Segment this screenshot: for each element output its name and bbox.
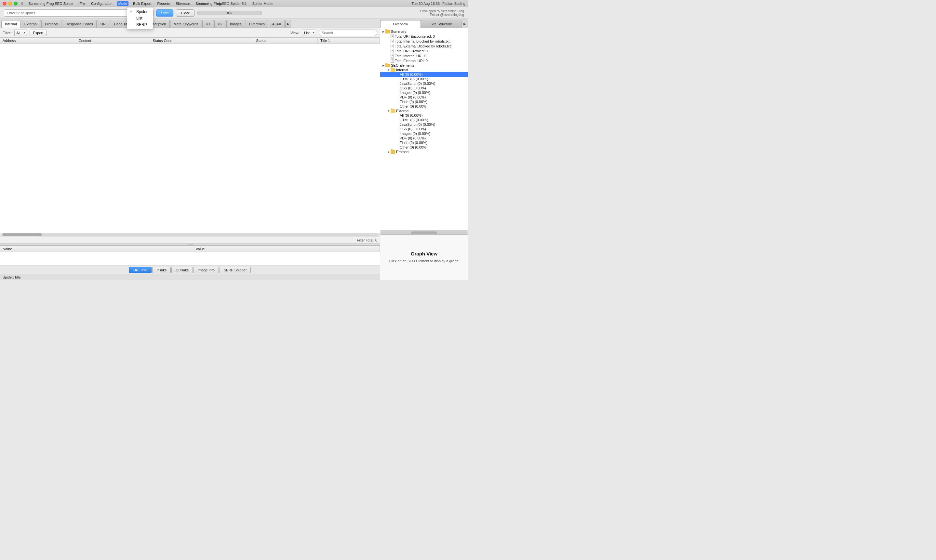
tree-item[interactable]: Total External URI: 0 (380, 58, 468, 63)
col-title1[interactable]: Title 1 (318, 38, 380, 44)
resize-handle[interactable] (0, 243, 380, 246)
bottom-tab-outlinks[interactable]: Outlinks (171, 267, 193, 273)
bottom-tab-serp-snippet[interactable]: SERP Snippet (219, 267, 251, 273)
titlebar:  Screaming Frog SEO Spider File Configu… (0, 0, 468, 7)
tree-item[interactable]: ▼External (380, 109, 468, 113)
dropdown-item-list[interactable]: List (127, 15, 153, 22)
minimize-button[interactable] (8, 2, 12, 6)
tree-item-label: Other (0) (0.00%) (400, 145, 428, 149)
tree-arrow-icon: ▼ (387, 109, 390, 112)
tab-h2[interactable]: H2 (214, 20, 226, 28)
menu-mode[interactable]: Mode (117, 1, 129, 6)
main-tab-bar: Internal External Protocol Response Code… (0, 19, 380, 28)
menu-bar: Screaming Frog SEO Spider File Configura… (27, 1, 223, 6)
tab-ajax[interactable]: AJAX (268, 20, 285, 28)
tree-item[interactable]: ▶Summary (380, 29, 468, 34)
window-title: Screaming Frog SEO Spider 5.1 — Spider M… (196, 2, 273, 6)
bottom-table-container: Name Value (0, 246, 380, 266)
tree-item[interactable]: Total Internal Blocked by robots.txt: (380, 38, 468, 43)
tree-item[interactable]: HTML (0) (0.00%) (380, 118, 468, 122)
bottom-tab-image-info[interactable]: Image Info (194, 267, 219, 273)
tree-item[interactable]: Images (0) (0.00%) (380, 90, 468, 95)
export-button[interactable]: Export (29, 29, 47, 36)
tree-item[interactable]: CSS (0) (0.00%) (380, 127, 468, 131)
tree-item[interactable]: ▶Protocol (380, 149, 468, 154)
tab-more-button[interactable]: ▶ (285, 20, 291, 28)
tree-item-label: PDF (0) (0.00%) (400, 95, 426, 99)
tree-item[interactable]: ▼Internal (380, 68, 468, 72)
clear-button[interactable]: Clear (176, 9, 194, 17)
dropdown-item-serp[interactable]: SERP (127, 22, 153, 28)
menu-file[interactable]: File (79, 1, 87, 6)
folder-icon (390, 109, 395, 113)
tree-item-label: Total External URI: 0 (395, 59, 428, 63)
tree-item[interactable]: Total Internal URI: 0 (380, 53, 468, 58)
tree-item[interactable]: Flash (0) (0.00%) (380, 100, 468, 104)
tree-scrollbar[interactable] (380, 231, 468, 234)
tree-item[interactable]: JavaScript (0) (0.00%) (380, 122, 468, 127)
toolbar: Start Clear 0% Developed by Screaming Fr… (0, 7, 468, 19)
tree-item-label: Total External Blocked by robots.txt: (395, 44, 452, 48)
tab-response-codes[interactable]: Response Codes (62, 20, 96, 28)
filter-label: Filter: (3, 31, 12, 35)
tree-item[interactable]: CSS (0) (0.00%) (380, 86, 468, 90)
mode-dropdown[interactable]: Spider List SERP (127, 7, 153, 29)
tree-item[interactable]: PDF (0) (0.00%) (380, 136, 468, 140)
search-input[interactable] (319, 29, 377, 36)
menu-configuration[interactable]: Configuration (90, 1, 114, 6)
tree-item-label: SEO Elements (391, 63, 414, 67)
view-select[interactable]: List (302, 29, 316, 36)
tree-item[interactable]: JavaScript (0) (0.00%) (380, 81, 468, 86)
tree-item[interactable]: Images (0) (0.00%) (380, 131, 468, 136)
tab-uri[interactable]: URI (97, 20, 110, 28)
menu-sitemaps[interactable]: Sitemaps (174, 1, 192, 6)
start-button[interactable]: Start (156, 9, 173, 17)
col-content[interactable]: Content (76, 38, 150, 44)
tree-item[interactable]: PDF (0) (0.00%) (380, 95, 468, 100)
view-select-wrapper: List (302, 29, 316, 36)
table-scrollbar-thumb[interactable] (3, 233, 42, 236)
filter-select[interactable]: All (14, 29, 27, 36)
col-address[interactable]: Address (0, 38, 76, 44)
tree-item[interactable]: Other (0) (0.00%) (380, 104, 468, 109)
tab-directives[interactable]: Directives (245, 20, 268, 28)
right-tab-site-structure[interactable]: Site Structure (421, 20, 461, 28)
tree-item[interactable]: All (0) (0.00%) (380, 113, 468, 118)
right-tab-more[interactable]: ▶ (461, 20, 468, 28)
tree-item[interactable]: All (0) (0.00%) (380, 72, 468, 77)
tab-images[interactable]: Images (227, 20, 245, 28)
tree-scroll-thumb[interactable] (411, 231, 437, 234)
tree-item[interactable]: Total URI Encountered: 0 (380, 34, 468, 38)
tree-item[interactable]: HTML (0) (0.00%) (380, 77, 468, 81)
col-status-code[interactable]: Status Code (150, 38, 253, 44)
tree-item-label: All (0) (0.00%) (400, 72, 423, 76)
tab-external[interactable]: External (21, 20, 41, 28)
col-status[interactable]: Status (253, 38, 318, 44)
menu-app[interactable]: Screaming Frog SEO Spider (27, 1, 75, 6)
tab-h1[interactable]: H1 (202, 20, 214, 28)
menu-bulk-export[interactable]: Bulk Export (132, 1, 153, 6)
tree-item[interactable]: Other (0) (0.00%) (380, 145, 468, 149)
fullscreen-button[interactable] (14, 2, 18, 6)
developed-by-line1: Developed by Screaming Frog (420, 9, 464, 13)
tree-item[interactable]: Total External Blocked by robots.txt: (380, 43, 468, 48)
tree-item-label: External (396, 109, 409, 113)
close-button[interactable] (3, 2, 6, 6)
bottom-tab-inlinks[interactable]: Inlinks (152, 267, 171, 273)
tab-internal[interactable]: Internal (1, 20, 20, 28)
tab-meta-keywords[interactable]: Meta Keywords (170, 20, 202, 28)
tree-item[interactable]: ▶SEO Elements (380, 63, 468, 68)
tree-item-label: Total URI Encountered: 0 (395, 34, 435, 38)
data-table-container[interactable]: Address Content Status Code Status Title… (0, 38, 380, 233)
bottom-tab-url-info[interactable]: URL Info (129, 267, 151, 273)
tree-container[interactable]: ▶SummaryTotal URI Encountered: 0Total In… (380, 28, 468, 231)
table-scrollbar-area[interactable] (0, 233, 380, 237)
filter-total-value: 0 (375, 238, 377, 242)
apple-menu[interactable]:  (22, 1, 23, 6)
menu-reports[interactable]: Reports (156, 1, 171, 6)
tree-item[interactable]: Total URI Crawled: 0 (380, 48, 468, 53)
tree-item[interactable]: Flash (0) (0.00%) (380, 140, 468, 145)
dropdown-item-spider[interactable]: Spider (127, 8, 153, 15)
right-tab-overview[interactable]: Overview (380, 20, 421, 28)
tab-protocol[interactable]: Protocol (41, 20, 62, 28)
